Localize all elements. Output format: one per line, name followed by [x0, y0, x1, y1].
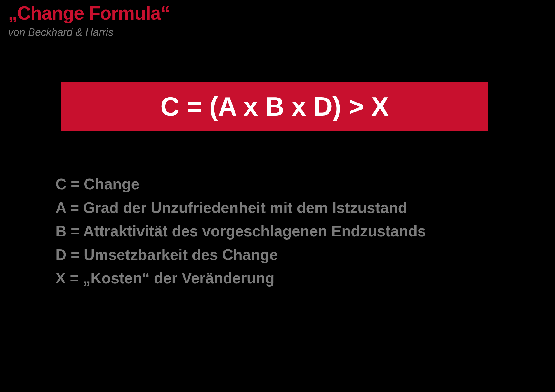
formula-text: C = (A x B x D) > X [160, 92, 389, 122]
slide: „Change Formula“ von Beckhard & Harris C… [0, 0, 555, 392]
legend-line-b: B = Attraktivität des vorgeschlagenen En… [56, 219, 426, 243]
legend-line-x: X = „Kosten“ der Veränderung [56, 266, 426, 290]
formula-box: C = (A x B x D) > X [61, 82, 488, 131]
legend: C = Change A = Grad der Unzufriedenheit … [56, 172, 426, 290]
legend-line-a: A = Grad der Unzufriedenheit mit dem Ist… [56, 196, 426, 220]
legend-line-d: D = Umsetzbarkeit des Change [56, 243, 426, 267]
slide-subtitle: von Beckhard & Harris [8, 26, 113, 39]
legend-line-c: C = Change [56, 172, 426, 196]
slide-title: „Change Formula“ [8, 2, 170, 24]
